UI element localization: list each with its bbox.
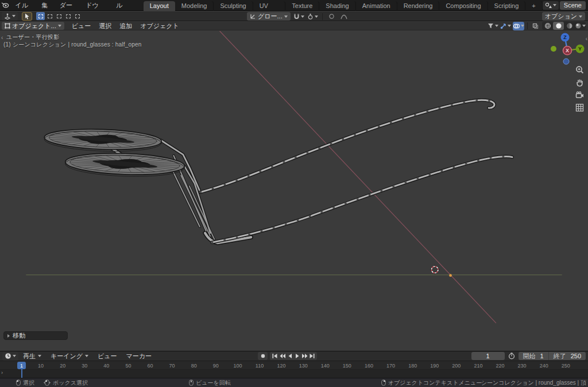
playhead[interactable]: 1: [17, 362, 26, 369]
scene-name[interactable]: Scene: [560, 1, 586, 10]
auto-keying-button[interactable]: [259, 352, 266, 360]
interaction-mode-value: オブジェクト...: [12, 22, 56, 30]
current-frame-field[interactable]: 1: [471, 352, 505, 360]
shading-material-button[interactable]: [564, 22, 575, 30]
select-mode-group: [36, 12, 82, 20]
workspace-tab[interactable]: Animation: [356, 1, 397, 11]
chevron-down-icon: [579, 16, 582, 18]
timeline-menu-marker[interactable]: マーカー: [122, 352, 157, 361]
shading-rendered-button[interactable]: [575, 22, 586, 30]
workspace-tab-label: Sculpting: [220, 2, 246, 9]
end-frame-value: 250: [571, 353, 581, 359]
gizmo-toggle-icon: [500, 23, 506, 29]
show-overlays-dropdown[interactable]: [513, 22, 524, 30]
ruler-tick-label: 130: [292, 363, 314, 369]
camera-view-button[interactable]: [574, 90, 585, 100]
playback-controls: [258, 352, 317, 360]
ruler-tick-label: 20: [52, 363, 74, 369]
start-frame-field[interactable]: 開始 1: [519, 352, 548, 361]
x-axis-line: [220, 31, 496, 323]
play-reverse-button[interactable]: [286, 352, 293, 360]
snap-dropdown[interactable]: [293, 12, 304, 21]
toolbar-expand-arrow[interactable]: ‹: [1, 34, 3, 41]
workspace-tab[interactable]: +: [525, 1, 542, 11]
camera-icon: [575, 91, 584, 99]
timeline-ruler[interactable]: 1020304050607080901001101201301401501601…: [0, 361, 588, 370]
workspace-tab[interactable]: UV Editing: [253, 1, 286, 11]
workspace-tab[interactable]: Shading: [319, 1, 355, 11]
play-button[interactable]: [293, 352, 301, 360]
select-mode-new-button[interactable]: [36, 12, 45, 20]
jump-to-end-button[interactable]: [308, 352, 316, 360]
falloff-circle-icon: [328, 13, 335, 20]
transform-orientation-dropdown[interactable]: グロー...: [247, 12, 291, 21]
solid-sphere-icon: [555, 22, 562, 29]
timeline-menu-keying[interactable]: キーイング: [46, 352, 93, 361]
timeline-track-area[interactable]: ›: [0, 370, 588, 378]
operator-panel[interactable]: 移動: [3, 331, 68, 340]
interaction-mode-dropdown[interactable]: オブジェクト...: [2, 22, 64, 30]
round-glasses-model: [44, 100, 513, 243]
workspace-tab[interactable]: Layout: [144, 1, 175, 11]
timeline-menu-playback[interactable]: 再生: [18, 352, 46, 361]
blender-logo-icon[interactable]: [0, 2, 10, 9]
overlays-icon: [513, 23, 520, 29]
select-mode-intersect-button[interactable]: [73, 12, 82, 20]
shading-wireframe-button[interactable]: [542, 22, 553, 30]
ruler-tick-label: 140: [314, 363, 336, 369]
workspace-tab[interactable]: Scripting: [488, 1, 526, 11]
proportional-editing-dropdown[interactable]: [307, 12, 318, 21]
projection-toggle-button[interactable]: [574, 102, 585, 113]
timeline-expand-arrow[interactable]: ›: [1, 370, 3, 376]
ruler-tick-label: 220: [489, 363, 511, 369]
next-keyframe-button[interactable]: [301, 352, 308, 360]
previous-keyframe-button[interactable]: [278, 352, 286, 360]
gizmo-z-neg-axis: [563, 59, 569, 64]
xray-toggle-button[interactable]: [531, 22, 540, 30]
gizmo-x-label: X: [566, 48, 569, 53]
navigation-gizmo[interactable]: Z Y X: [550, 32, 588, 67]
zoom-button[interactable]: [574, 64, 585, 75]
workspace-tab[interactable]: Compositing: [439, 1, 488, 11]
chevron-down-icon: [508, 25, 511, 27]
viewport-menu-item[interactable]: 追加: [115, 22, 136, 30]
options-dropdown[interactable]: オプション: [542, 12, 585, 21]
shading-solid-button[interactable]: [553, 22, 564, 30]
ruler-tick-label: 200: [446, 363, 467, 369]
lens-lower: [65, 152, 185, 179]
3d-viewport[interactable]: ユーザー・平行投影 (1) シーンコレクション | round_glasses …: [0, 31, 588, 350]
ruler-tick-label: 90: [205, 363, 227, 369]
timeline-editor-type-button[interactable]: [2, 352, 18, 361]
scene-icon: [545, 2, 552, 9]
mouse-left-icon: [16, 380, 21, 386]
select-mode-extend-button[interactable]: [45, 12, 54, 20]
scene-browse-button[interactable]: [543, 1, 559, 10]
object-visibility-dropdown[interactable]: [488, 22, 498, 30]
timeline-editor: 再生 キーイング ビュー マーカー 1: [0, 351, 588, 378]
falloff-curve-button[interactable]: [339, 12, 349, 21]
editor-type-button[interactable]: [2, 12, 18, 21]
jump-to-start-button[interactable]: [271, 352, 278, 360]
ruler-tick-label: 180: [402, 363, 424, 369]
pan-button[interactable]: [574, 77, 585, 87]
ruler-tick-label: 170: [380, 363, 402, 369]
grid-icon: [575, 103, 584, 112]
viewport-header-right: [488, 22, 586, 30]
viewport-nav-buttons: [574, 64, 585, 113]
workspace-tab[interactable]: Texture Paint: [285, 1, 319, 11]
workspace-tab[interactable]: Modeling: [175, 1, 214, 11]
workspace-tab[interactable]: Sculpting: [214, 1, 253, 11]
timeline-menu-view[interactable]: ビュー: [93, 352, 122, 361]
end-frame-field[interactable]: 終了 250: [549, 352, 586, 361]
select-mode-subtract-button[interactable]: [55, 12, 63, 20]
workspace-tab[interactable]: Rendering: [397, 1, 440, 11]
show-gizmo-dropdown[interactable]: [500, 22, 511, 30]
viewport-menu-item[interactable]: 選択: [95, 22, 115, 30]
proportional-falloff-button[interactable]: [327, 12, 336, 21]
viewport-menu-item[interactable]: ビュー: [68, 22, 95, 30]
select-tool-button[interactable]: [22, 12, 32, 21]
viewport-menu-item[interactable]: オブジェクト: [136, 22, 183, 30]
select-mode-invert-button[interactable]: [64, 12, 72, 20]
start-frame-label: 開始: [523, 352, 536, 361]
ruler-tick-label: 210: [467, 363, 489, 369]
